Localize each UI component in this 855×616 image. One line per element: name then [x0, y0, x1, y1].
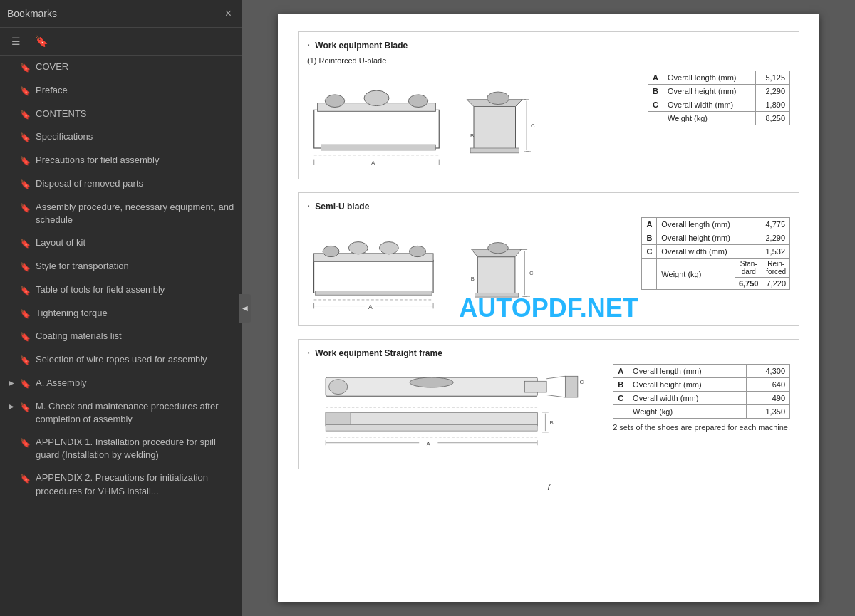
section2-title: ‧ Semi-U blade	[307, 202, 790, 212]
bookmark-item-icon: 🔖	[20, 378, 30, 390]
svg-rect-50	[525, 381, 547, 392]
bookmark-item-icon: 🔖	[20, 155, 30, 167]
svg-point-4	[408, 95, 428, 108]
bookmark-item-icon: 🔖	[20, 109, 30, 121]
sidebar-item-contents[interactable]: 🔖CONTENTS	[0, 103, 242, 126]
bookmark-item-icon: 🔖	[20, 331, 30, 343]
bookmark-item-icon: 🔖	[20, 355, 30, 367]
sidebar-item-label: COVER	[36, 61, 235, 73]
svg-rect-55	[326, 412, 537, 426]
svg-text:B: B	[470, 132, 474, 139]
reinforced-u-blade-svg: A B	[307, 71, 641, 170]
svg-point-28	[410, 246, 426, 256]
bookmark-item-icon: 🔖	[20, 473, 30, 485]
svg-text:A: A	[371, 160, 375, 167]
section2-specs-table: AOverall length (mm)4,775 BOverall heigh…	[641, 217, 790, 290]
bookmark-item-icon: 🔖	[20, 285, 30, 297]
sidebar-item-disposal[interactable]: 🔖Disposal of removed parts	[0, 172, 242, 196]
sidebar-item-label: A. Assembly	[36, 377, 235, 390]
sidebar-item-label: Tightening torque	[36, 307, 235, 320]
svg-text:B: B	[471, 276, 475, 282]
sidebar-item-label: Precautions for field assembly	[36, 154, 235, 167]
expander-icon: ▶	[9, 402, 19, 412]
svg-text:C: C	[529, 270, 534, 276]
sidebar-item-coating[interactable]: 🔖Coating materials list	[0, 325, 242, 348]
svg-rect-15	[470, 148, 519, 153]
bookmark-item-icon: 🔖	[20, 62, 30, 74]
sidebar-item-label: Layout of kit	[36, 236, 235, 249]
sidebar-item-check-maint[interactable]: ▶🔖M. Check and maintenance procedures af…	[0, 395, 242, 431]
svg-rect-0	[314, 110, 440, 148]
collapse-sidebar-button[interactable]: ◀	[239, 294, 251, 323]
svg-rect-57	[326, 424, 537, 431]
sidebar-title: Bookmarks	[7, 8, 57, 19]
section2-diagram-area: A B	[307, 217, 790, 317]
sidebar-item-label: APPENDIX 2. Precautions for initializati…	[36, 471, 235, 497]
expander-icon: ▶	[9, 378, 19, 388]
svg-point-26	[348, 242, 368, 254]
svg-rect-5	[321, 145, 436, 150]
sidebar-item-precautions[interactable]: 🔖Precautions for field assembly	[0, 149, 242, 172]
sidebar-item-assembly-proc[interactable]: 🔖Assembly procedure, necessary equipment…	[0, 196, 242, 231]
section3-specs-table: AOverall length (mm)4,300 BOverall heigh…	[613, 364, 790, 432]
svg-point-3	[364, 90, 389, 105]
bookmark-item-icon: 🔖	[20, 132, 30, 144]
section3-note: 2 sets of the shoes are prepared for eac…	[613, 423, 790, 432]
list-icon: ☰	[11, 36, 21, 47]
sidebar-item-label: Specifications	[36, 130, 235, 143]
page-document: AUTOPDF.NET ‧ Work equipment Blade (1) R…	[278, 14, 819, 602]
sidebar-item-label: APPENDIX 1. Installation procedure for s…	[36, 436, 235, 461]
page-number: 7	[298, 482, 799, 492]
sidebar-item-assembly[interactable]: ▶🔖A. Assembly	[0, 372, 242, 395]
sidebar-item-label: Table of tools for field assembly	[36, 283, 235, 296]
sidebar-item-label: Selection of wire ropes used for assembl…	[36, 353, 235, 366]
svg-rect-56	[326, 412, 351, 426]
main-content: AUTOPDF.NET ‧ Work equipment Blade (1) R…	[242, 0, 855, 616]
bookmark-item-icon: 🔖	[20, 261, 30, 273]
semi-u-blade-svg: A B	[307, 217, 634, 317]
sidebar-item-appendix1[interactable]: 🔖APPENDIX 1. Installation procedure for …	[0, 431, 242, 466]
svg-rect-39	[475, 293, 518, 297]
svg-point-25	[323, 246, 339, 256]
sidebar-item-specifications[interactable]: 🔖Specifications	[0, 125, 242, 149]
section1-diagram-area: A B	[307, 71, 790, 170]
bookmark-list: 🔖COVER🔖Preface🔖CONTENTS🔖Specifications🔖P…	[0, 56, 242, 616]
svg-rect-53	[565, 376, 577, 397]
bookmark-item-icon: 🔖	[20, 202, 30, 214]
section-straight-frame: ‧ Work equipment Straight frame C	[298, 339, 799, 469]
section3-title: ‧ Work equipment Straight frame	[307, 348, 790, 358]
svg-text:A: A	[427, 441, 431, 447]
svg-line-52	[546, 395, 565, 397]
sidebar-item-preface[interactable]: 🔖Preface	[0, 79, 242, 103]
bookmark-add-button[interactable]: 🔖	[31, 32, 53, 51]
svg-rect-36	[477, 257, 515, 297]
svg-point-14	[487, 92, 509, 105]
sidebar-item-torque[interactable]: 🔖Tightening torque	[0, 302, 242, 325]
bookmark-item-icon: 🔖	[20, 85, 30, 98]
sidebar-item-label: Disposal of removed parts	[36, 177, 235, 190]
sidebar-item-tools-table[interactable]: 🔖Table of tools for field assembly	[0, 278, 242, 302]
chevron-left-icon: ◀	[242, 304, 248, 312]
bookmark-item-icon: 🔖	[20, 437, 30, 449]
section2-drawings: A B	[307, 217, 634, 317]
sidebar-header: Bookmarks ×	[0, 0, 242, 28]
close-button[interactable]: ×	[222, 6, 235, 21]
sidebar-item-label: Style for transportation	[36, 260, 235, 273]
sidebar-item-cover[interactable]: 🔖COVER	[0, 56, 242, 79]
sidebar: Bookmarks × ☰ 🔖 🔖COVER🔖Preface🔖CONTENTS🔖…	[0, 0, 242, 616]
section3-drawings: C A	[307, 364, 606, 460]
sidebar-item-layout[interactable]: 🔖Layout of kit	[0, 231, 242, 255]
sidebar-item-label: Preface	[36, 84, 235, 97]
sidebar-item-wire-ropes[interactable]: 🔖Selection of wire ropes used for assemb…	[0, 348, 242, 372]
section1-title: ‧ Work equipment Blade	[307, 41, 790, 51]
svg-text:C: C	[531, 122, 535, 129]
bookmark-item-icon: 🔖	[20, 238, 30, 250]
list-view-button[interactable]: ☰	[7, 33, 25, 50]
section-reinforced-u-blade: ‧ Work equipment Blade (1) Reinforced U-…	[298, 31, 799, 179]
svg-text:B: B	[550, 419, 554, 426]
svg-rect-23	[314, 260, 433, 293]
sidebar-item-appendix2[interactable]: 🔖APPENDIX 2. Precautions for initializat…	[0, 466, 242, 502]
svg-point-48	[329, 380, 348, 395]
sidebar-item-transport[interactable]: 🔖Style for transportation	[0, 255, 242, 278]
straight-frame-svg: C A	[307, 364, 606, 460]
